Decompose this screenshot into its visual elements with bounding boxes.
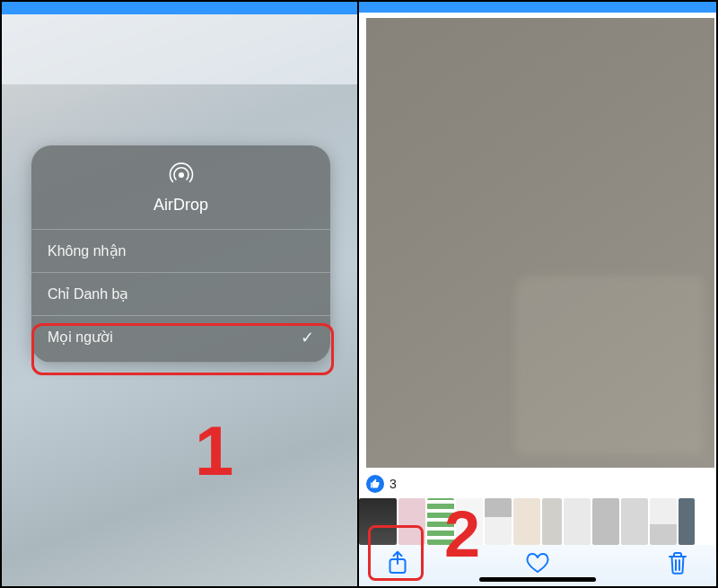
airdrop-settings-panel: AirDrop Không nhận Chỉ Danh bạ Mọi người… — [2, 2, 359, 586]
heart-icon — [525, 551, 550, 578]
trash-icon — [667, 550, 688, 579]
airdrop-title: AirDrop — [31, 196, 330, 215]
svg-point-0 — [179, 172, 184, 178]
bottom-toolbar — [359, 545, 716, 586]
delete-button[interactable] — [664, 551, 691, 578]
thumbnail[interactable] — [679, 498, 695, 545]
thumbnail[interactable] — [359, 498, 397, 545]
thumbnail-strip[interactable] — [359, 498, 716, 545]
status-bar — [359, 2, 716, 13]
thumbnail[interactable] — [398, 498, 425, 545]
like-row[interactable]: 3 — [366, 475, 397, 493]
airdrop-option-everyone[interactable]: Mọi người ✓ — [31, 315, 330, 363]
photos-viewer-panel: 3 — [359, 2, 716, 586]
thumbnail[interactable] — [513, 498, 540, 545]
share-icon — [386, 550, 409, 579]
thumbnail[interactable] — [564, 498, 591, 545]
share-button[interactable] — [384, 551, 411, 578]
checkmark-icon: ✓ — [301, 329, 314, 346]
favorite-button[interactable] — [524, 551, 551, 578]
annotation-step-2: 2 — [444, 502, 480, 566]
airdrop-option-contacts[interactable]: Chỉ Danh bạ — [31, 272, 330, 315]
like-icon — [366, 475, 384, 493]
airdrop-option-off[interactable]: Không nhận — [31, 229, 330, 272]
airdrop-option-contacts-label: Chỉ Danh bạ — [48, 285, 129, 303]
airdrop-header: AirDrop — [31, 145, 330, 229]
thumbnail[interactable] — [592, 498, 619, 545]
airdrop-icon — [168, 160, 195, 190]
thumbnail[interactable] — [650, 498, 677, 545]
thumbnail[interactable] — [542, 498, 562, 545]
airdrop-option-everyone-label: Mọi người — [48, 329, 113, 346]
annotation-step-1: 1 — [195, 410, 233, 492]
home-indicator[interactable] — [479, 577, 596, 582]
thumbnail[interactable] — [485, 498, 512, 545]
like-count: 3 — [390, 477, 397, 491]
photo-preview[interactable] — [366, 18, 714, 468]
airdrop-option-off-label: Không nhận — [48, 242, 126, 259]
airdrop-card: AirDrop Không nhận Chỉ Danh bạ Mọi người… — [31, 145, 330, 363]
thumbnail[interactable] — [621, 498, 648, 545]
